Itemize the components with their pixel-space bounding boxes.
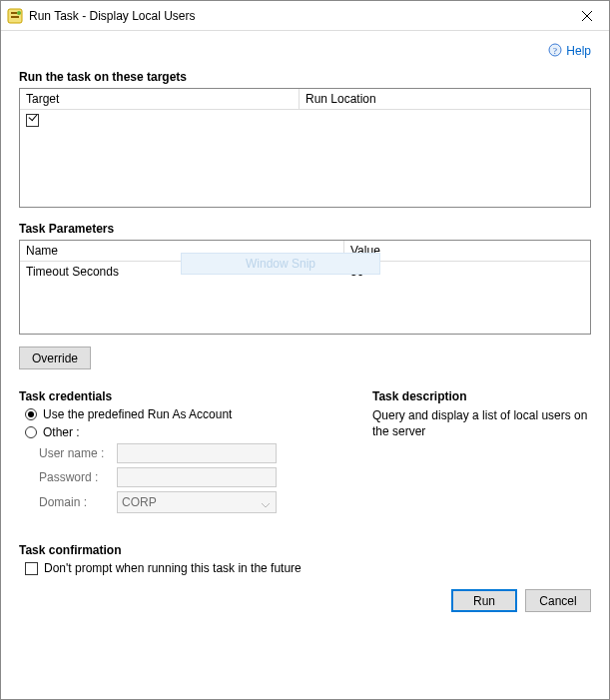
targets-heading: Run the task on these targets (19, 70, 591, 84)
radio-icon (25, 426, 37, 438)
cancel-button[interactable]: Cancel (525, 589, 591, 612)
svg-rect-2 (11, 16, 19, 18)
radio-other-label: Other : (43, 425, 80, 439)
dont-prompt-checkbox[interactable] (25, 562, 38, 575)
close-icon (582, 11, 592, 21)
override-button[interactable]: Override (19, 347, 91, 369)
help-label: Help (566, 44, 591, 58)
targets-list[interactable]: Target Run Location (19, 88, 591, 208)
dont-prompt-label: Don't prompt when running this task in t… (44, 561, 302, 575)
password-field (117, 467, 277, 487)
help-icon: ? (548, 43, 562, 60)
window-title: Run Task - Display Local Users (29, 9, 564, 23)
chevron-down-icon (262, 498, 270, 512)
titlebar: Run Task - Display Local Users (1, 1, 609, 31)
parameters-header: Name Value (20, 241, 590, 262)
radio-predefined-label: Use the predefined Run As Account (43, 407, 232, 421)
domain-value: CORP (122, 495, 157, 509)
svg-rect-1 (11, 12, 17, 14)
parameters-col-name[interactable]: Name (20, 241, 344, 261)
description-text: Query and display a list of local users … (372, 407, 591, 439)
targets-col-target[interactable]: Target (20, 89, 300, 109)
password-label: Password : (39, 470, 117, 484)
target-row-checkbox[interactable] (26, 114, 39, 127)
credentials-heading: Task credentials (19, 389, 358, 403)
close-button[interactable] (564, 1, 609, 30)
app-icon (7, 8, 23, 24)
radio-predefined-runas[interactable]: Use the predefined Run As Account (25, 407, 358, 421)
targets-col-runlocation[interactable]: Run Location (300, 89, 590, 109)
table-row[interactable]: Timeout Seconds 30 (20, 262, 590, 282)
parameters-list[interactable]: Name Value Timeout Seconds 30 (19, 240, 591, 335)
table-row[interactable] (20, 110, 590, 130)
description-heading: Task description (372, 389, 591, 403)
dialog-footer: Run Cancel (19, 589, 591, 612)
parameters-col-value[interactable]: Value (344, 241, 590, 261)
radio-icon (25, 408, 37, 420)
svg-text:?: ? (553, 46, 557, 56)
domain-label: Domain : (39, 495, 117, 509)
run-button[interactable]: Run (451, 589, 517, 612)
confirmation-heading: Task confirmation (19, 543, 591, 557)
username-label: User name : (39, 446, 117, 460)
parameters-heading: Task Parameters (19, 222, 591, 236)
svg-point-3 (17, 11, 21, 15)
dialog-content: ? Help Run the task on these targets Tar… (1, 31, 609, 699)
help-row: ? Help (19, 43, 591, 60)
username-field (117, 443, 277, 463)
run-task-dialog: Run Task - Display Local Users ? Help Ru… (0, 0, 610, 700)
radio-other[interactable]: Other : (25, 425, 358, 439)
help-link[interactable]: ? Help (548, 44, 591, 58)
param-name-cell: Timeout Seconds (20, 264, 344, 280)
param-value-cell: 30 (344, 264, 590, 280)
domain-select: CORP (117, 491, 277, 513)
targets-header: Target Run Location (20, 89, 590, 110)
